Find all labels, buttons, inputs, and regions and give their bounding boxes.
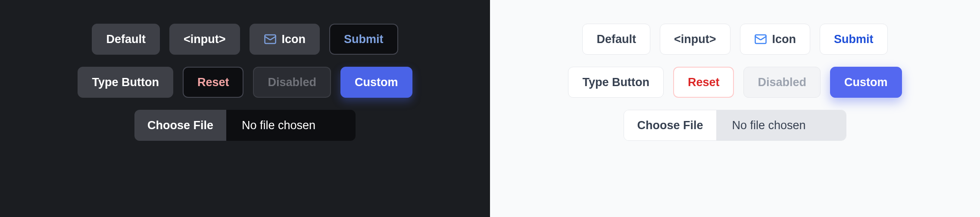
reset-button[interactable]: Reset bbox=[673, 67, 734, 98]
submit-button[interactable]: Submit bbox=[820, 24, 888, 55]
disabled-button: Disabled bbox=[743, 67, 821, 98]
custom-button[interactable]: Custom bbox=[830, 67, 902, 98]
file-input[interactable]: Choose File No file chosen bbox=[624, 110, 846, 141]
default-button[interactable]: Default bbox=[92, 24, 160, 55]
file-row: Choose File No file chosen bbox=[624, 110, 846, 141]
button-row-2: Type Button Reset Disabled Custom bbox=[78, 67, 412, 98]
type-button[interactable]: Type Button bbox=[78, 67, 173, 98]
input-button[interactable]: <input> bbox=[169, 24, 240, 55]
file-status-label: No file chosen bbox=[717, 110, 846, 140]
button-row-1: Default <input> Icon Submit bbox=[92, 24, 398, 55]
icon-button[interactable]: Icon bbox=[740, 24, 811, 55]
custom-button[interactable]: Custom bbox=[340, 67, 412, 98]
default-button[interactable]: Default bbox=[582, 24, 650, 55]
mail-icon bbox=[264, 33, 277, 46]
dark-theme-panel: Default <input> Icon Submit Type Button … bbox=[0, 0, 490, 217]
light-theme-panel: Default <input> Icon Submit Type Button … bbox=[490, 0, 980, 217]
disabled-button: Disabled bbox=[253, 67, 331, 98]
icon-button[interactable]: Icon bbox=[250, 24, 320, 55]
button-row-2: Type Button Reset Disabled Custom bbox=[568, 67, 902, 98]
input-button[interactable]: <input> bbox=[660, 24, 730, 55]
svg-rect-0 bbox=[265, 35, 275, 43]
mail-icon bbox=[754, 33, 767, 46]
svg-rect-1 bbox=[755, 35, 766, 43]
submit-button[interactable]: Submit bbox=[329, 24, 398, 55]
file-input[interactable]: Choose File No file chosen bbox=[134, 110, 356, 141]
choose-file-button[interactable]: Choose File bbox=[624, 110, 716, 140]
icon-button-label: Icon bbox=[282, 33, 306, 46]
icon-button-label: Icon bbox=[772, 33, 796, 46]
file-row: Choose File No file chosen bbox=[134, 110, 356, 141]
file-status-label: No file chosen bbox=[226, 110, 356, 141]
button-row-1: Default <input> Icon Submit bbox=[582, 24, 887, 55]
choose-file-button[interactable]: Choose File bbox=[134, 110, 226, 141]
reset-button[interactable]: Reset bbox=[183, 67, 244, 98]
type-button[interactable]: Type Button bbox=[568, 67, 663, 98]
